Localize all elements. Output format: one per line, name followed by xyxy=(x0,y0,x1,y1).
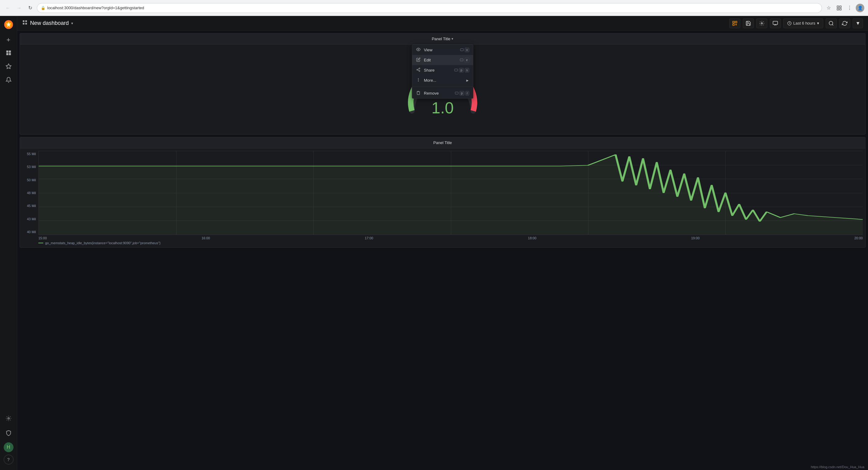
sidebar-item-avatar[interactable]: H xyxy=(4,442,13,452)
context-menu-divider xyxy=(412,87,473,87)
panel1-header[interactable]: Panel Title ▾ xyxy=(20,33,865,45)
tv-mode-button[interactable] xyxy=(770,19,781,28)
topbar-left: New dashboard ▾ xyxy=(22,20,725,27)
context-menu-more[interactable]: More... ► xyxy=(412,75,473,85)
svg-point-34 xyxy=(418,78,418,79)
refresh-button[interactable] xyxy=(839,19,850,28)
save-button[interactable] xyxy=(743,19,754,28)
share-label: Share xyxy=(424,68,451,72)
context-menu-edit[interactable]: Edit e xyxy=(412,55,473,65)
more-arrow-icon: ► xyxy=(466,78,469,83)
context-menu-view[interactable]: View v xyxy=(412,45,473,55)
extension-button[interactable] xyxy=(835,4,843,12)
shield-icon xyxy=(5,430,12,438)
status-bar: https://blog.csdn.net/Dou_Hua_Hua xyxy=(807,464,868,470)
dashboard-grid-icon xyxy=(22,20,28,27)
svg-rect-18 xyxy=(735,21,737,23)
svg-rect-3 xyxy=(840,8,841,10)
svg-rect-13 xyxy=(23,20,24,22)
remove-label: Remove xyxy=(424,91,452,95)
svg-rect-7 xyxy=(6,50,8,53)
svg-point-12 xyxy=(8,417,9,419)
chart-container: 55 Mil 53 Mil 50 Mil 48 Mil 45 Mil 43 Mi… xyxy=(20,148,865,247)
grafana-logo[interactable] xyxy=(2,19,15,31)
more-icon xyxy=(416,78,421,83)
sidebar: + xyxy=(0,16,17,470)
y-label-6: 40 Mil xyxy=(21,230,36,234)
svg-rect-9 xyxy=(6,53,8,55)
time-range-button[interactable]: Last 6 hours ▾ xyxy=(783,19,824,28)
main-content: Panel Title ▾ View v xyxy=(17,31,868,470)
svg-point-28 xyxy=(419,68,420,69)
topbar: New dashboard ▾ Last 6 hours xyxy=(17,16,868,31)
x-axis: 15:00 16:00 17:00 18:00 19:00 20:00 xyxy=(20,235,863,240)
add-panel-button[interactable] xyxy=(729,19,740,28)
sidebar-item-configuration[interactable] xyxy=(2,413,15,425)
svg-line-31 xyxy=(418,70,419,71)
cycle-button[interactable]: ▼ xyxy=(852,19,863,28)
back-button[interactable]: ← xyxy=(4,4,12,12)
sidebar-item-shield[interactable] xyxy=(2,428,15,440)
forward-button[interactable]: → xyxy=(15,4,23,12)
panel1-dropdown-arrow: ▾ xyxy=(452,37,453,41)
edit-shortcut: e xyxy=(460,58,469,62)
context-menu-remove[interactable]: Remove p r xyxy=(412,88,473,98)
chart-area xyxy=(38,151,863,235)
dashboard-dropdown-arrow[interactable]: ▾ xyxy=(71,21,73,26)
edit-label: Edit xyxy=(424,58,457,62)
svg-rect-2 xyxy=(837,8,839,10)
legend-label: go_memstats_heap_idle_bytes{instance="lo… xyxy=(45,241,160,245)
x-label-5: 20:00 xyxy=(854,236,863,240)
search-button[interactable] xyxy=(826,19,837,28)
lock-icon: 🔒 xyxy=(41,6,45,10)
svg-rect-8 xyxy=(9,50,11,53)
view-label: View xyxy=(424,48,457,52)
profile-button[interactable]: 👤 xyxy=(856,4,864,12)
svg-rect-37 xyxy=(455,92,458,94)
reload-button[interactable]: ↻ xyxy=(26,4,34,12)
svg-point-20 xyxy=(761,23,763,24)
avatar-icon: H xyxy=(7,444,10,450)
svg-point-30 xyxy=(419,70,420,71)
time-range-arrow: ▾ xyxy=(817,21,819,26)
svg-point-35 xyxy=(418,80,418,80)
y-label-1: 53 Mil xyxy=(21,165,36,169)
x-label-2: 17:00 xyxy=(365,236,373,240)
svg-rect-15 xyxy=(23,23,24,25)
svg-rect-1 xyxy=(840,6,841,7)
configuration-icon xyxy=(5,415,12,423)
x-label-0: 15:00 xyxy=(38,236,47,240)
settings-button[interactable] xyxy=(756,19,767,28)
view-icon xyxy=(416,47,421,53)
chart-panel: Panel Title 55 Mil 53 Mil 50 Mil 48 Mil … xyxy=(20,137,866,247)
dashboard-title: New dashboard xyxy=(30,20,69,26)
context-menu: View v Edit e xyxy=(412,45,473,98)
browser-chrome: ← → ↻ 🔒 localhost:3000/dashboard/new?org… xyxy=(0,0,868,16)
dashboards-icon xyxy=(5,50,12,57)
sidebar-item-help[interactable]: ? xyxy=(4,454,13,465)
svg-rect-27 xyxy=(460,59,463,61)
app-container: + xyxy=(0,16,868,470)
sidebar-item-alerting[interactable] xyxy=(2,74,15,87)
gauge-value: 1.0 xyxy=(432,98,454,117)
svg-rect-16 xyxy=(26,23,27,25)
legend-line xyxy=(38,243,43,243)
bookmark-button[interactable]: ☆ xyxy=(825,4,833,12)
share-shortcut: p s xyxy=(454,68,469,72)
sidebar-item-create[interactable]: + xyxy=(2,34,15,46)
panel2-header[interactable]: Panel Title xyxy=(20,137,865,148)
remove-icon xyxy=(416,91,421,96)
sidebar-item-explore[interactable] xyxy=(2,61,15,73)
sidebar-item-dashboards[interactable] xyxy=(2,47,15,60)
svg-marker-11 xyxy=(6,64,11,68)
menu-button[interactable]: ⋮ xyxy=(845,4,854,12)
remove-shortcut: p r xyxy=(455,91,469,95)
address-bar[interactable]: 🔒 localhost:3000/dashboard/new?orgId=1&g… xyxy=(37,3,822,13)
browser-actions: ☆ ⋮ 👤 xyxy=(825,4,864,12)
sidebar-bottom: H ? xyxy=(2,412,15,468)
y-label-0: 55 Mil xyxy=(21,152,36,156)
svg-line-32 xyxy=(418,69,419,69)
context-menu-share[interactable]: Share p s xyxy=(412,65,473,75)
chart-line-svg xyxy=(39,151,863,235)
chart-inner: 55 Mil 53 Mil 50 Mil 48 Mil 45 Mil 43 Mi… xyxy=(20,151,863,235)
